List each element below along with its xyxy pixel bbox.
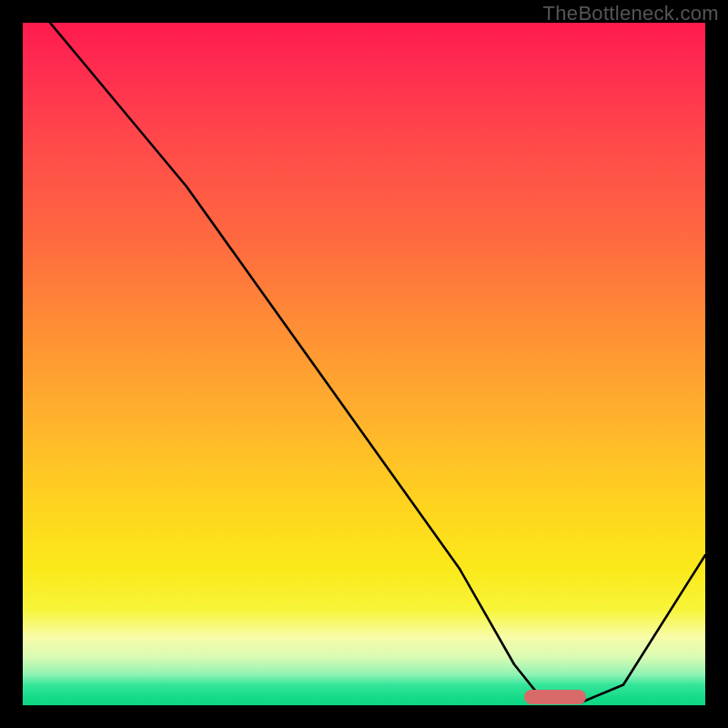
bottleneck-curve [23, 23, 705, 705]
chart-plot-area [23, 23, 705, 705]
optimum-marker [524, 690, 586, 704]
watermark-text: TheBottleneck.com [543, 2, 719, 25]
